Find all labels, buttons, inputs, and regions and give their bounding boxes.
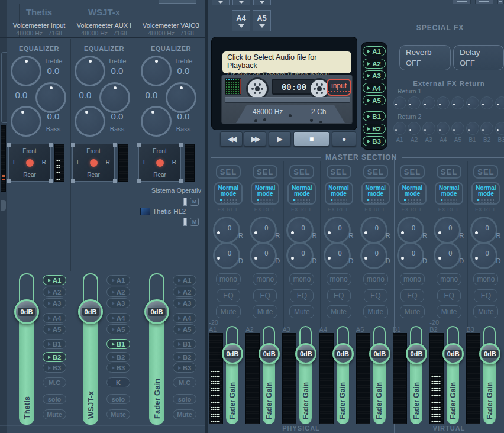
mono-button-A3[interactable]: mono: [289, 273, 314, 285]
panner-corner-handle[interactable]: [137, 179, 141, 183]
eq-button-B1[interactable]: EQ: [400, 289, 424, 302]
panner-position-dot[interactable]: [26, 159, 34, 167]
solo-button[interactable]: solo: [173, 394, 196, 404]
treble-knob[interactable]: [141, 56, 172, 86]
routing-button-A5[interactable]: A5: [106, 324, 130, 334]
eq-button-B3[interactable]: EQ: [474, 289, 497, 302]
delay-send-knob[interactable]: 0: [324, 242, 351, 269]
fast-forward-button[interactable]: ▶▶: [244, 131, 266, 146]
recorder-routing-A3[interactable]: A3: [363, 70, 386, 80]
routing-button-B3[interactable]: B3: [173, 363, 196, 373]
routing-button-A4[interactable]: A4: [43, 313, 66, 323]
delay-send-knob[interactable]: 0: [213, 242, 240, 269]
solo-button[interactable]: solo: [43, 394, 66, 404]
eq-button-A2[interactable]: EQ: [253, 289, 277, 302]
recorder-input-toggle[interactable]: input: [327, 79, 351, 96]
mode-button-A3[interactable]: Normalmode: [287, 182, 316, 205]
mute-button-A5[interactable]: Mute: [363, 305, 388, 318]
mute-button-A3[interactable]: Mute: [289, 305, 314, 318]
fx-return-knob[interactable]: [393, 96, 406, 109]
reverb-send-knob[interactable]: 0: [213, 217, 240, 244]
sel-button-B3[interactable]: SEL: [473, 165, 498, 179]
reverb-send-knob[interactable]: 0: [360, 217, 387, 244]
mono-button-A4[interactable]: mono: [327, 273, 351, 285]
reverb-send-knob[interactable]: 0: [324, 217, 351, 244]
sel-button-A2[interactable]: SEL: [253, 165, 277, 179]
routing-button-A1[interactable]: A1: [106, 275, 130, 285]
fx-return-knob[interactable]: [422, 122, 435, 135]
mono-button-A5[interactable]: mono: [363, 273, 388, 285]
master-fader-knob-A4[interactable]: 0dB: [332, 343, 354, 364]
hw-out-selector-cut[interactable]: [212, 0, 230, 5]
fader-knob[interactable]: 0dB: [144, 299, 169, 324]
master-fader-knob-B3[interactable]: 0dB: [479, 343, 500, 364]
panner-pad[interactable]: FrontRearLR: [8, 144, 51, 182]
reverb-button[interactable]: Reverb OFF: [399, 45, 451, 70]
mode-button-A2[interactable]: Normalmode: [251, 182, 279, 205]
mute-button-A2[interactable]: Mute: [253, 305, 277, 318]
fx-return-knob[interactable]: [422, 96, 435, 109]
fx-return-knob[interactable]: [480, 122, 493, 135]
medium-knob[interactable]: [99, 82, 130, 113]
rewind-button[interactable]: ◀◀: [220, 131, 243, 146]
treble-knob[interactable]: [11, 56, 41, 86]
medium-knob[interactable]: [35, 82, 66, 113]
panner-corner-handle[interactable]: [71, 179, 75, 183]
hw-out-selector-A4[interactable]: A4: [232, 10, 250, 31]
mode-button-A4[interactable]: Normalmode: [325, 182, 353, 205]
mono-button-B3[interactable]: mono: [473, 273, 498, 285]
mute-button-B1[interactable]: Mute: [400, 305, 425, 318]
mute-button[interactable]: Mute: [173, 409, 196, 419]
hw-out-selector-cut[interactable]: [253, 0, 271, 5]
mc-button[interactable]: M.C: [173, 377, 196, 387]
app-mute-button[interactable]: M: [190, 218, 199, 226]
master-fader-knob-A5[interactable]: 0dB: [369, 343, 390, 364]
record-button[interactable]: ●: [332, 131, 356, 146]
panner-corner-handle[interactable]: [7, 143, 11, 147]
master-fader-knob-A1[interactable]: 0dB: [222, 343, 243, 364]
app-volume-handle[interactable]: [183, 198, 187, 206]
mono-button-A1[interactable]: mono: [216, 273, 241, 285]
reverb-send-knob[interactable]: 0: [250, 217, 277, 244]
fx-return-knob[interactable]: [408, 122, 421, 135]
recorder-file-select[interactable]: Click to Select Audio file for Playback …: [222, 51, 351, 73]
delay-send-knob[interactable]: 0: [434, 242, 461, 269]
delay-send-knob[interactable]: 0: [250, 242, 277, 269]
mc-button[interactable]: K: [106, 377, 130, 387]
reverb-send-knob[interactable]: 0: [470, 217, 497, 244]
master-fader-knob-B1[interactable]: 0dB: [406, 343, 427, 364]
app-volume-slider[interactable]: [141, 222, 183, 222]
hw-out-selector-A5[interactable]: A5: [253, 10, 271, 31]
app-mute-button[interactable]: M: [190, 198, 199, 206]
eq-button-A5[interactable]: EQ: [364, 289, 387, 302]
fx-return-knob[interactable]: [495, 96, 504, 109]
window-button[interactable]: [497, 0, 504, 4]
panner-corner-handle[interactable]: [49, 179, 53, 183]
master-fader-knob-A2[interactable]: 0dB: [259, 343, 280, 364]
window-button[interactable]: [475, 0, 493, 4]
eq-button-A4[interactable]: EQ: [327, 289, 351, 302]
bass-knob[interactable]: [11, 106, 41, 137]
routing-button-B3[interactable]: B3: [106, 363, 130, 373]
window-button[interactable]: [453, 0, 471, 4]
fx-return-knob[interactable]: [393, 122, 406, 135]
eq-button-A1[interactable]: EQ: [217, 289, 240, 302]
mono-button-A2[interactable]: mono: [253, 273, 277, 285]
delay-send-knob[interactable]: 0: [470, 242, 497, 269]
fx-return-knob[interactable]: [437, 122, 450, 135]
app-volume-handle[interactable]: [183, 218, 187, 226]
routing-button-A1[interactable]: A1: [43, 275, 66, 285]
routing-button-B2[interactable]: B2: [173, 352, 196, 362]
panner-corner-handle[interactable]: [49, 143, 53, 147]
routing-button-A4[interactable]: A4: [106, 313, 130, 323]
routing-button-B2[interactable]: B2: [43, 352, 66, 362]
mute-button-B3[interactable]: Mute: [473, 305, 498, 318]
sel-button-A1[interactable]: SEL: [216, 165, 241, 179]
routing-button-B1[interactable]: B1: [106, 339, 130, 349]
panner-corner-handle[interactable]: [71, 143, 75, 147]
mute-button[interactable]: Mute: [106, 409, 130, 419]
routing-button-A5[interactable]: A5: [173, 324, 196, 334]
panner-corner-handle[interactable]: [179, 179, 183, 183]
recorder-routing-B2[interactable]: B2: [363, 124, 386, 134]
recorder-routing-A5[interactable]: A5: [363, 95, 386, 105]
